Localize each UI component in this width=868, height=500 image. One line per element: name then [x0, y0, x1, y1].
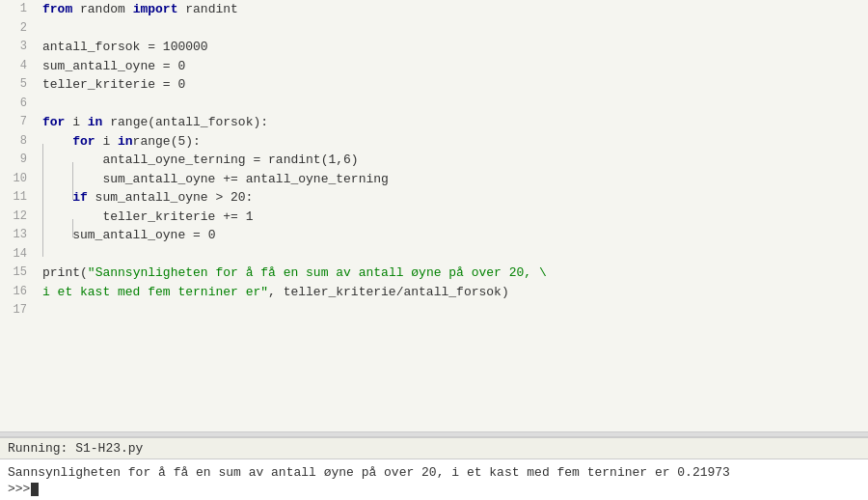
line-number: 9	[0, 151, 39, 170]
line-code: for i in range(antall_forsok):	[39, 113, 868, 132]
code-editor: 1from random import randint2 3antall_for…	[0, 0, 868, 431]
line-code: if sum_antall_oyne > 20:	[39, 188, 868, 208]
line-number: 17	[0, 301, 39, 320]
line-number: 7	[0, 113, 39, 132]
table-row: 10sum_antall_oyne += antall_oyne_terning	[0, 170, 868, 189]
table-row: 11if sum_antall_oyne > 20:	[0, 188, 868, 208]
line-code: from random import randint	[39, 0, 868, 19]
line-code: sum_antall_oyne += antall_oyne_terning	[39, 170, 868, 189]
status-bar: Running: S1-H23.py	[0, 437, 868, 458]
table-row: 1from random import randint	[0, 0, 868, 19]
line-code: teller_kriterie = 0	[39, 75, 868, 95]
line-number: 8	[0, 132, 39, 152]
line-number: 5	[0, 75, 39, 95]
line-code: antall_forsok = 100000	[39, 38, 868, 57]
table-row: 5teller_kriterie = 0	[0, 75, 868, 95]
line-code	[39, 301, 868, 320]
table-row: 8for i inrange(5):	[0, 132, 868, 152]
line-number: 13	[0, 226, 39, 245]
line-number: 12	[0, 208, 39, 227]
line-code	[39, 95, 868, 114]
line-number: 1	[0, 0, 39, 19]
output-area[interactable]: Sannsynligheten for å få en sum av antal…	[0, 458, 868, 501]
line-number: 11	[0, 188, 39, 208]
line-number: 10	[0, 170, 39, 189]
code-table: 1from random import randint2 3antall_for…	[0, 0, 868, 320]
table-row: 2	[0, 19, 868, 39]
status-text: Running: S1-H23.py	[8, 441, 143, 456]
table-row: 4sum_antall_oyne = 0	[0, 57, 868, 76]
cursor	[31, 483, 39, 496]
prompt-symbol: >>>	[8, 482, 30, 496]
line-code	[39, 19, 868, 39]
output-line1: Sannsynligheten for å få en sum av antal…	[8, 463, 860, 483]
line-code: teller_kriterie += 1	[39, 208, 868, 227]
table-row: 12teller_kriterie += 1	[0, 208, 868, 227]
line-code: print("Sannsynligheten for å få en sum a…	[39, 264, 868, 283]
line-number: 4	[0, 57, 39, 76]
table-row: 14	[0, 245, 868, 264]
line-number: 2	[0, 19, 39, 39]
line-code	[39, 245, 868, 264]
table-row: 17	[0, 301, 868, 320]
line-code: sum_antall_oyne = 0	[39, 226, 868, 245]
line-number: 16	[0, 283, 39, 302]
line-number: 3	[0, 38, 39, 57]
line-number: 15	[0, 264, 39, 283]
line-code: i et kast med fem terniner er", teller_k…	[39, 283, 868, 302]
table-row: 9antall_oyne_terning = randint(1,6)	[0, 151, 868, 170]
line-code: antall_oyne_terning = randint(1,6)	[39, 151, 868, 170]
table-row: 15print("Sannsynligheten for å få en sum…	[0, 264, 868, 283]
table-row: 16i et kast med fem terniner er", teller…	[0, 283, 868, 302]
table-row: 6	[0, 95, 868, 114]
table-row: 13sum_antall_oyne = 0	[0, 226, 868, 245]
prompt-line: >>>	[8, 482, 860, 496]
line-number: 6	[0, 95, 39, 114]
table-row: 7for i in range(antall_forsok):	[0, 113, 868, 132]
line-code: for i inrange(5):	[39, 132, 868, 152]
line-number: 14	[0, 245, 39, 264]
line-code: sum_antall_oyne = 0	[39, 57, 868, 76]
table-row: 3antall_forsok = 100000	[0, 38, 868, 57]
